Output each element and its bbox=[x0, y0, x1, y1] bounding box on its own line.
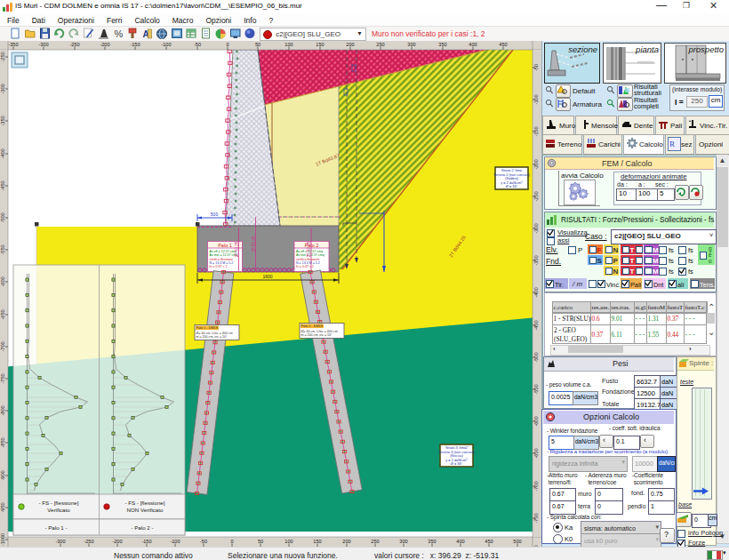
svg-text:Palo 1 - DM18: Palo 1 - DM18 bbox=[196, 326, 218, 330]
svg-text:100: 100 bbox=[284, 42, 292, 47]
svg-text:-450: -450 bbox=[0, 180, 5, 190]
svg-text:-800: -800 bbox=[0, 405, 5, 415]
svg-text:150: 150 bbox=[316, 42, 324, 47]
svg-text:400: 400 bbox=[456, 539, 464, 544]
svg-text:-300: -300 bbox=[38, 42, 48, 47]
svg-text:-400: -400 bbox=[0, 148, 5, 158]
svg-text:500: 500 bbox=[513, 539, 521, 544]
svg-text:-750: -750 bbox=[0, 373, 5, 383]
svg-text:350: 350 bbox=[438, 42, 446, 47]
svg-text:- FS - [flessione]: - FS - [flessione] bbox=[124, 500, 164, 506]
svg-text:0: 0 bbox=[230, 539, 233, 544]
svg-text:- Palo 1 -: - Palo 1 - bbox=[44, 524, 67, 531]
svg-text:m = 200 cm, inc = 10°: m = 200 cm, inc = 10° bbox=[196, 335, 228, 339]
svg-text:NON Verificato: NON Verificato bbox=[127, 507, 164, 513]
svg-text:-900: -900 bbox=[0, 470, 5, 480]
svg-text:%: % bbox=[115, 28, 124, 39]
svg-text:-50: -50 bbox=[200, 539, 207, 544]
svg-text:fs = 0.37 < 1: fs = 0.37 < 1 bbox=[210, 265, 228, 268]
svg-text:Ø= 40 cm, L/inc = 400 cm: Ø= 40 cm, L/inc = 400 cm bbox=[196, 332, 233, 335]
svg-text:200: 200 bbox=[346, 42, 354, 47]
svg-text:150: 150 bbox=[313, 539, 321, 544]
svg-text:Palo 2 - DM18: Palo 2 - DM18 bbox=[301, 324, 323, 328]
svg-text:-250: -250 bbox=[69, 42, 79, 47]
svg-text:-100: -100 bbox=[161, 42, 171, 47]
svg-text:-150: -150 bbox=[130, 42, 140, 47]
svg-text:300: 300 bbox=[407, 42, 415, 47]
svg-text:-100: -100 bbox=[170, 539, 180, 544]
svg-text:-700: -700 bbox=[0, 341, 5, 351]
svg-text:-600: -600 bbox=[0, 276, 5, 286]
svg-text:1600: 1600 bbox=[262, 274, 272, 279]
svg-text:-650: -650 bbox=[0, 309, 5, 319]
svg-text:450: 450 bbox=[499, 42, 507, 47]
svg-text:-350: -350 bbox=[0, 116, 5, 125]
svg-text:m = 200 cm, inc = 10°: m = 200 cm, inc = 10° bbox=[301, 333, 333, 337]
svg-text:Ø = 34°: Ø = 34° bbox=[506, 184, 518, 188]
svg-text:25 50 25: 25 50 25 bbox=[307, 241, 311, 257]
svg-text:R: R bbox=[669, 140, 675, 148]
svg-text:Ø = 36°: Ø = 36° bbox=[451, 461, 463, 466]
svg-text:-500: -500 bbox=[0, 212, 5, 222]
svg-text:50: 50 bbox=[255, 42, 260, 47]
svg-text:-50: -50 bbox=[194, 42, 201, 47]
svg-text:-350: -350 bbox=[8, 42, 18, 47]
svg-text:-250: -250 bbox=[84, 539, 93, 544]
svg-text:250: 250 bbox=[371, 539, 379, 544]
svg-text:0: 0 bbox=[226, 42, 228, 47]
svg-text:450: 450 bbox=[485, 539, 493, 544]
svg-text:- FS - [flessione]: - FS - [flessione] bbox=[38, 500, 78, 506]
svg-text:-300: -300 bbox=[55, 539, 65, 544]
svg-text:-200: -200 bbox=[112, 539, 122, 544]
svg-text:-300: -300 bbox=[0, 84, 5, 93]
svg-text:350: 350 bbox=[428, 539, 436, 544]
svg-text:400: 400 bbox=[469, 42, 477, 47]
svg-text:-200: -200 bbox=[100, 42, 109, 47]
svg-text:250: 250 bbox=[376, 42, 384, 47]
svg-text:200: 200 bbox=[342, 539, 350, 544]
svg-text:-850: -850 bbox=[0, 437, 5, 447]
svg-text:500: 500 bbox=[211, 212, 219, 217]
svg-text:Palo 1: Palo 1 bbox=[218, 243, 232, 248]
svg-text:-1000: -1000 bbox=[0, 533, 5, 546]
svg-text:300: 300 bbox=[399, 539, 407, 544]
svg-text:-950: -950 bbox=[0, 502, 5, 512]
svg-text:-550: -550 bbox=[0, 244, 5, 254]
svg-text:100: 100 bbox=[284, 539, 292, 544]
svg-text:Ø= 40 cm, L/inc = 400 cm: Ø= 40 cm, L/inc = 400 cm bbox=[301, 330, 338, 333]
svg-text:50: 50 bbox=[258, 539, 263, 544]
svg-text:25 50 25: 25 50 25 bbox=[235, 241, 239, 257]
svg-text:-150: -150 bbox=[141, 539, 151, 544]
svg-text:25 50 25: 25 50 25 bbox=[252, 236, 256, 252]
svg-text:-250: -250 bbox=[0, 52, 5, 61]
svg-text:- Palo 2 -: - Palo 2 - bbox=[131, 524, 153, 531]
svg-text:Verificato: Verificato bbox=[47, 507, 70, 513]
